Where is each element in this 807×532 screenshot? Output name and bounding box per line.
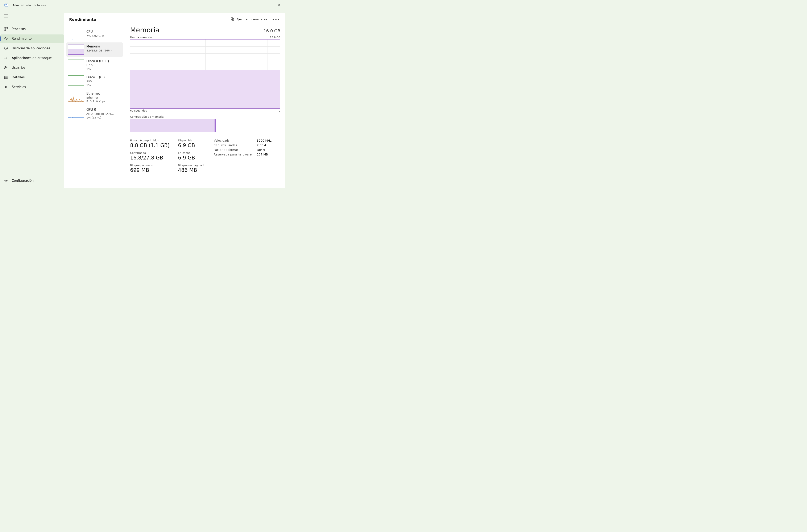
svg-rect-9 <box>6 27 7 29</box>
stat-value-nonpaged: 486 MB <box>178 167 205 173</box>
resource-title: Memoria <box>87 44 112 48</box>
memory-thumb <box>68 44 84 55</box>
resource-sub: 8.9/15.8 GB (56%) <box>87 49 112 53</box>
composition-label: Composición de memoria <box>130 115 164 118</box>
svg-point-14 <box>6 67 7 68</box>
resource-item-gpu0[interactable]: GPU 0 AMD Radeon RX 6... 1% (53 °C) <box>66 106 123 121</box>
nav-label: Historial de aplicaciones <box>12 46 50 50</box>
disk1-thumb <box>68 75 84 86</box>
history-icon <box>4 46 8 51</box>
svg-rect-2 <box>268 4 270 6</box>
nav-item-usuarios[interactable]: Usuarios <box>0 63 64 72</box>
content-area: Rendimiento Ejecutar nueva tarea ••• CPU… <box>64 13 285 188</box>
spec-v-form: DIMM <box>257 148 271 151</box>
resource-sub: HDD <box>87 63 109 67</box>
svg-point-21 <box>5 87 6 88</box>
nav-item-configuracion[interactable]: Configuración <box>0 176 64 185</box>
resource-title: Ethernet <box>87 92 105 95</box>
nav-item-historial[interactable]: Historial de aplicaciones <box>0 44 64 53</box>
disk0-thumb <box>68 59 84 69</box>
stat-label-cached: En caché <box>178 151 205 154</box>
svg-point-13 <box>5 66 6 68</box>
resource-title: CPU <box>87 30 104 34</box>
resource-sub: Ethernet <box>87 96 105 100</box>
nav-label: Servicios <box>12 85 26 89</box>
resource-item-disco1[interactable]: Disco 1 (C:) SSD 1% <box>66 73 123 89</box>
resource-sub2: E: 0 R: 0 Kbps <box>87 100 105 103</box>
spec-k-speed: Velocidad: <box>214 139 252 142</box>
resource-list: CPU 7% 4.02 GHz Memoria 8.9/15.8 GB (56%… <box>64 26 125 188</box>
time-axis-left: 60 segundos <box>130 109 147 112</box>
sidebar: Procesos Rendimiento Historial de aplica… <box>0 10 64 188</box>
run-task-icon <box>230 17 234 22</box>
close-button[interactable] <box>274 1 284 9</box>
run-task-button[interactable]: Ejecutar nueva tarea <box>228 16 269 23</box>
page-title: Rendimiento <box>69 17 96 22</box>
more-button[interactable]: ••• <box>272 16 280 23</box>
stat-label-nonpaged: Bloque no paginado <box>178 164 205 167</box>
nav-label: Usuarios <box>12 66 25 70</box>
minimize-button[interactable] <box>255 1 264 9</box>
gear-icon <box>4 85 8 89</box>
stat-label-available: Disponible <box>178 139 205 142</box>
nav-label: Detalles <box>12 75 24 79</box>
speed-icon <box>4 56 8 60</box>
resource-sub2: 1% <box>87 67 109 71</box>
memory-usage-chart[interactable] <box>130 39 280 109</box>
nav-item-arranque[interactable]: Aplicaciones de arranque <box>0 54 64 62</box>
resource-sub: SSD <box>87 80 105 83</box>
nav-label: Aplicaciones de arranque <box>12 56 52 60</box>
svg-point-18 <box>4 76 5 76</box>
ethernet-thumb <box>68 92 84 102</box>
spec-k-reserved: Reservada para hardware: <box>214 153 252 156</box>
usage-label: Uso de memoria <box>130 36 152 39</box>
spec-v-speed: 3200 MHz <box>257 139 271 142</box>
stat-value-inuse: 8.8 GB (1.1 GB) <box>130 142 170 148</box>
resource-item-ethernet[interactable]: Ethernet Ethernet E: 0 R: 0 Kbps <box>66 90 123 105</box>
stat-value-cached: 6.9 GB <box>178 155 205 161</box>
resource-sub2: 1% <box>87 83 105 87</box>
stat-label-inuse: En uso (comprimido) <box>130 139 170 142</box>
stat-label-paged: Bloque paginado <box>130 164 170 167</box>
spec-table: Velocidad: 3200 MHz Ranuras usadas: 2 de… <box>214 139 271 173</box>
resource-item-cpu[interactable]: CPU 7% 4.02 GHz <box>66 28 123 42</box>
app-icon <box>4 3 8 7</box>
nav-item-procesos[interactable]: Procesos <box>0 25 64 33</box>
svg-point-20 <box>4 78 5 79</box>
resource-item-disco0[interactable]: Disco 0 (D: E:) HDD 1% <box>66 57 123 73</box>
detail-pane: Memoria 16.0 GB Uso de memoria 15.8 GB 6… <box>125 26 285 188</box>
spec-k-slots: Ranuras usadas: <box>214 144 252 147</box>
resource-sub2: 1% (53 °C) <box>87 116 114 119</box>
maximize-button[interactable] <box>264 1 274 9</box>
gpu-thumb <box>68 108 84 118</box>
memory-composition-chart[interactable] <box>130 119 280 132</box>
stat-value-paged: 699 MB <box>130 167 170 173</box>
resource-sub: 7% 4.02 GHz <box>87 34 104 38</box>
resource-sub: AMD Radeon RX 6... <box>87 112 114 116</box>
users-icon <box>4 65 8 70</box>
cpu-thumb <box>68 30 84 40</box>
content-header: Rendimiento Ejecutar nueva tarea ••• <box>64 13 285 26</box>
nav-label: Procesos <box>12 27 26 31</box>
nav-item-detalles[interactable]: Detalles <box>0 73 64 81</box>
svg-rect-10 <box>4 29 6 31</box>
window-controls <box>255 1 284 9</box>
spec-v-slots: 2 de 4 <box>257 144 271 147</box>
titlebar: Administrador de tareas <box>0 0 285 10</box>
nav-item-servicios[interactable]: Servicios <box>0 83 64 91</box>
stat-value-available: 6.9 GB <box>178 142 205 148</box>
stat-value-committed: 16.8/27.8 GB <box>130 155 170 161</box>
svg-point-22 <box>5 180 6 181</box>
nav-item-rendimiento[interactable]: Rendimiento <box>0 35 64 43</box>
hamburger-button[interactable] <box>2 12 10 20</box>
resource-title: GPU 0 <box>87 108 114 112</box>
resource-item-memoria[interactable]: Memoria 8.9/15.8 GB (56%) <box>66 42 123 57</box>
nav-label: Configuración <box>12 179 34 183</box>
spec-v-reserved: 207 MB <box>257 153 271 156</box>
svg-point-19 <box>4 77 5 78</box>
resource-title: Disco 1 (C:) <box>87 75 105 79</box>
app-title: Administrador de tareas <box>13 4 45 7</box>
resource-title: Disco 0 (D: E:) <box>87 59 109 63</box>
time-axis-right: 0 <box>279 109 280 112</box>
nav-label: Rendimiento <box>12 37 32 41</box>
